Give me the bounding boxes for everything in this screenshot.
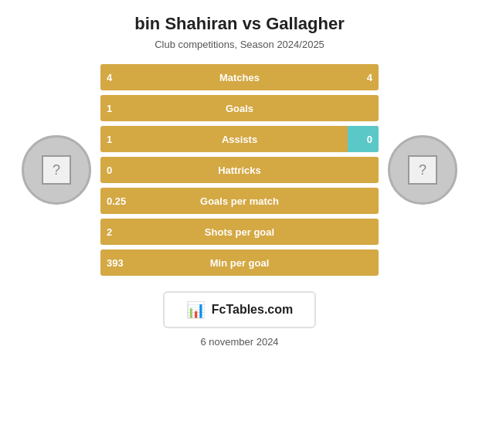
stat-label: Assists <box>100 134 379 145</box>
right-avatar-placeholder[interactable]: ? <box>408 155 437 185</box>
stat-row-assists: 1Assists0 <box>100 126 379 152</box>
stat-row-goals-per-match: 0.25Goals per match <box>100 188 379 214</box>
page-title: bin Shahiran vs Gallagher <box>134 14 344 34</box>
right-player-avatar: ? <box>388 135 457 205</box>
brand-icon: 📊 <box>186 300 206 319</box>
question-icon-right: ? <box>419 162 426 178</box>
stat-label: Matches <box>100 72 379 83</box>
brand-text: FcTables.com <box>212 303 294 317</box>
brand-badge: 📊 FcTables.com <box>163 291 317 328</box>
stat-label: Shots per goal <box>100 226 379 238</box>
stat-label: Min per goal <box>100 257 379 269</box>
subtitle: Club competitions, Season 2024/2025 <box>155 39 324 50</box>
stat-right-val: 0 <box>367 134 372 145</box>
stat-label: Hattricks <box>100 165 379 176</box>
stat-row-hattricks: 0Hattricks <box>100 157 379 183</box>
question-icon-left: ? <box>53 162 60 178</box>
stats-container: 4Matches41Goals1Assists00Hattricks0.25Go… <box>100 64 379 276</box>
stat-row-min-per-goal: 393Min per goal <box>100 249 379 276</box>
footer-date: 6 november 2024 <box>200 336 278 348</box>
left-avatar-placeholder[interactable]: ? <box>42 155 71 185</box>
stat-row-shots-per-goal: 2Shots per goal <box>100 219 379 245</box>
stat-row-goals: 1Goals <box>100 95 379 121</box>
stat-label: Goals per match <box>100 195 379 207</box>
stat-label: Goals <box>100 103 379 114</box>
comparison-area: ? 4Matches41Goals1Assists00Hattricks0.25… <box>0 64 479 276</box>
stat-row-matches: 4Matches4 <box>100 64 379 90</box>
left-player-avatar: ? <box>22 135 91 205</box>
stat-right-val: 4 <box>367 72 372 83</box>
